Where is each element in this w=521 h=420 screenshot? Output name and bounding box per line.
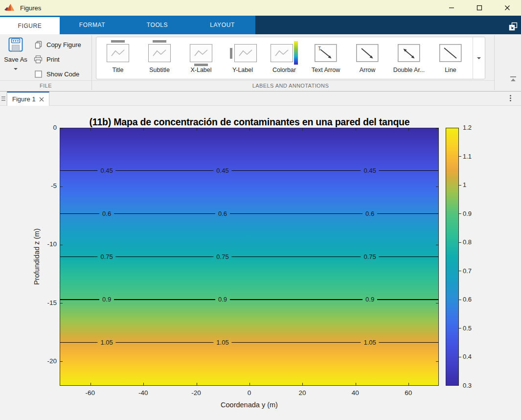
- annotation-axes-title-top-button[interactable]: Title: [97, 40, 138, 73]
- ribbon-toolbar: Save As Copy FigurePrintShow Code FILE L…: [0, 34, 521, 92]
- drag-grip-icon[interactable]: [0, 92, 7, 106]
- undock-icon[interactable]: [508, 22, 518, 31]
- print-button[interactable]: Print: [33, 53, 81, 66]
- contour-line-0.9: 0.90.90.9: [60, 295, 438, 304]
- y-tick-label: -20: [30, 357, 57, 365]
- contour-line-1.05: 1.051.051.05: [60, 338, 438, 347]
- tick-mark: [302, 128, 303, 131]
- contour-line-0.45: 0.450.450.45: [60, 166, 438, 175]
- close-button[interactable]: [493, 0, 521, 16]
- annotation-line-button[interactable]: Line: [430, 40, 471, 73]
- copy-figure-button[interactable]: Copy Figure: [33, 38, 81, 51]
- tick-mark: [197, 383, 197, 385]
- svg-text:T: T: [318, 46, 321, 51]
- annotation-axes-label-bottom-button[interactable]: X-Label: [181, 40, 222, 73]
- figure-canvas: (11b) Mapa de concentración de contamina…: [0, 106, 521, 420]
- y-tick-label: -5: [30, 182, 57, 190]
- colorbar-tick: [459, 185, 461, 186]
- tick-mark: [60, 187, 63, 187]
- ribbon-tab-tools[interactable]: TOOLS: [125, 16, 190, 34]
- colorbar-tick: [459, 242, 461, 243]
- kebab-menu-icon[interactable]: [510, 95, 511, 101]
- colorbar-tick-label: 1: [463, 181, 466, 189]
- contour-line-0.6: 0.60.60.6: [60, 210, 438, 218]
- colorbar-tick-label: 0.7: [463, 267, 472, 275]
- gallery-dropdown-button[interactable]: [473, 37, 485, 79]
- x-tick-label: -20: [184, 389, 208, 397]
- x-tick-label: 0: [237, 389, 262, 397]
- contour-label: 1.05: [213, 338, 231, 347]
- contour-label: 0.45: [213, 166, 231, 175]
- annotation-double-arrow-button[interactable]: Double Ar...: [388, 40, 430, 73]
- checkbox-unchecked-icon: [33, 70, 43, 78]
- tick-mark: [91, 383, 91, 385]
- ribbon-tab-band: FIGUREFORMATTOOLSLAYOUT: [0, 16, 255, 34]
- contour-label: 0.75: [213, 253, 231, 261]
- contour-label: 0.9: [215, 295, 230, 304]
- tick-mark: [197, 128, 197, 131]
- tick-mark: [436, 187, 438, 187]
- x-tick-label: 60: [396, 389, 421, 397]
- contour-label: 1.05: [361, 338, 379, 347]
- colorbar-tick: [459, 271, 461, 271]
- save-as-label: Save As: [1, 56, 30, 63]
- tick-mark: [408, 128, 409, 131]
- axes-subtitle-top-icon: [145, 40, 174, 66]
- annotation-axes-subtitle-top-button[interactable]: Subtitle: [139, 40, 180, 73]
- line-icon: [436, 40, 465, 66]
- x-tick-label: 20: [290, 389, 315, 397]
- show-code-button[interactable]: Show Code: [33, 68, 81, 80]
- close-tab-icon[interactable]: [39, 97, 44, 102]
- x-tick-label: -60: [78, 389, 102, 397]
- axes-label-left-icon: [228, 40, 257, 66]
- contour-label: 0.75: [97, 253, 115, 261]
- file-section-label: FILE: [0, 83, 91, 89]
- annotation-axes-colorbar-right-button[interactable]: Colorbar: [264, 40, 305, 73]
- annotation-text-arrow-button[interactable]: TText Arrow: [305, 40, 346, 73]
- ribbon-tab-figure[interactable]: FIGURE: [0, 17, 60, 34]
- tick-mark: [60, 361, 63, 362]
- maximize-button[interactable]: [465, 0, 493, 16]
- tick-mark: [436, 361, 438, 362]
- arrow-icon: [353, 40, 382, 66]
- x-tick-label: 40: [343, 389, 367, 397]
- axes-colorbar-right-icon: [270, 40, 298, 66]
- text-arrow-icon: T: [312, 40, 340, 66]
- tab-figure-1[interactable]: Figure 1: [7, 92, 49, 106]
- tick-mark: [249, 383, 250, 385]
- tick-mark: [408, 383, 409, 385]
- tick-mark: [249, 128, 250, 131]
- save-as-button[interactable]: Save As: [1, 37, 30, 72]
- tick-mark: [356, 383, 356, 385]
- contour-label: 0.9: [99, 295, 114, 304]
- tick-mark: [60, 128, 63, 129]
- figure-tab-label: Figure 1: [12, 95, 36, 103]
- ribbon-tab-band-right: [255, 16, 521, 34]
- contour-label: 1.05: [97, 338, 115, 347]
- tick-mark: [143, 383, 144, 385]
- colorbar-tick: [459, 300, 461, 300]
- double-arrow-icon: [395, 40, 423, 66]
- plot-title: (11b) Mapa de concentración de contamina…: [29, 117, 470, 128]
- window-title: Figures: [20, 4, 41, 12]
- colorbar-tick-label: 0.5: [463, 325, 472, 332]
- colorbar[interactable]: [446, 128, 459, 386]
- contour-label: 0.6: [99, 210, 114, 218]
- y-tick-label: 0: [30, 124, 57, 132]
- ribbon-tab-format[interactable]: FORMAT: [60, 16, 125, 34]
- contour-label: 0.6: [362, 210, 377, 218]
- annotations-gallery: TitleSubtitleX-LabelY-LabelColorbarTText…: [96, 37, 485, 79]
- collapse-ribbon-button[interactable]: [509, 75, 517, 84]
- save-as-dropdown-icon[interactable]: [14, 68, 18, 70]
- printer-icon: [33, 55, 43, 64]
- colorbar-tick-label: 0.8: [463, 238, 472, 246]
- minimize-button[interactable]: [437, 0, 465, 16]
- contour-label: 0.9: [362, 295, 377, 304]
- colorbar-tick: [459, 357, 461, 357]
- contour-label: 0.45: [97, 166, 115, 175]
- ribbon-tab-layout[interactable]: LAYOUT: [190, 16, 255, 34]
- annotation-axes-label-left-button[interactable]: Y-Label: [222, 40, 263, 73]
- annotation-arrow-button[interactable]: Arrow: [347, 40, 388, 73]
- colorbar-tick-label: 0.4: [463, 353, 472, 361]
- y-tick-label: -10: [30, 240, 57, 248]
